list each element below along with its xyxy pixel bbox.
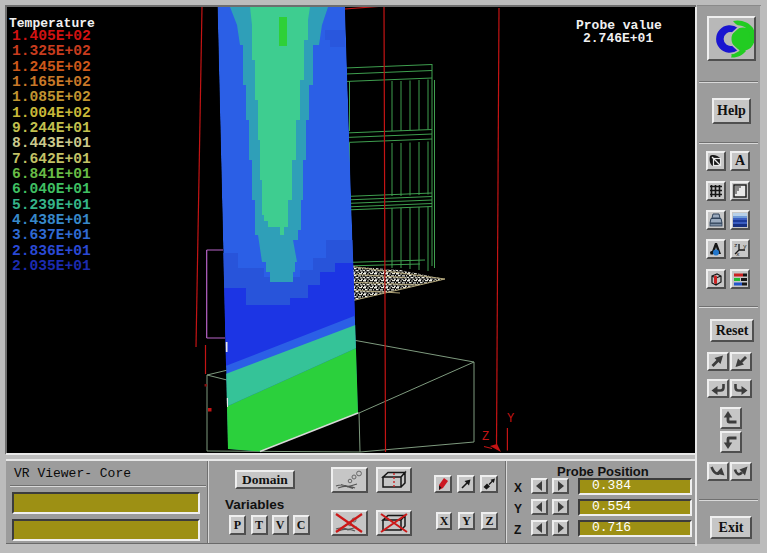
svg-text:x: x bbox=[736, 251, 740, 257]
svg-text:z: z bbox=[734, 242, 738, 249]
svg-text:y: y bbox=[743, 243, 747, 250]
svg-text:Y: Y bbox=[507, 412, 514, 426]
svg-text:Z: Z bbox=[482, 430, 489, 444]
